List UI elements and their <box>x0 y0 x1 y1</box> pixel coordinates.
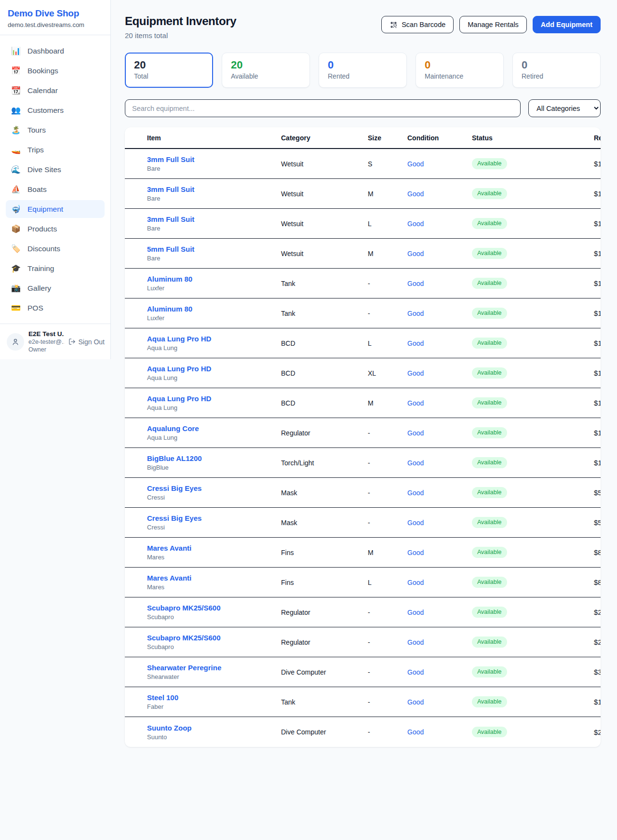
scan-barcode-label: Scan Barcode <box>402 21 445 28</box>
item-name-link[interactable]: Aqualung Core <box>147 424 281 433</box>
status-cell: Available <box>472 427 594 438</box>
size-cell: M <box>368 549 407 556</box>
item-cell: Steel 100 Faber <box>147 693 281 710</box>
sign-out-button[interactable]: Sign Out <box>68 338 105 346</box>
sidebar-item-training[interactable]: 🎓 Training <box>6 259 105 277</box>
condition-link[interactable]: Good <box>407 160 424 168</box>
condition-link[interactable]: Good <box>407 399 424 407</box>
item-brand: Shearwater <box>147 673 281 680</box>
status-badge: Available <box>472 547 507 558</box>
logout-icon <box>68 338 76 345</box>
condition-cell: Good <box>407 698 472 706</box>
status-badge: Available <box>472 248 507 259</box>
condition-link[interactable]: Good <box>407 339 424 347</box>
search-input[interactable] <box>125 99 521 117</box>
rental-cell: $12.00/day <box>594 249 601 257</box>
item-name-link[interactable]: Aluminum 80 <box>147 305 281 313</box>
sidebar-item-bookings[interactable]: 📅 Bookings <box>6 62 105 80</box>
sidebar-item-dashboard[interactable]: 📊 Dashboard <box>6 42 105 60</box>
item-name-link[interactable]: Cressi Big Eyes <box>147 514 281 522</box>
stat-value: 0 <box>522 59 591 71</box>
status-cell: Available <box>472 487 594 498</box>
item-name-link[interactable]: Shearwater Peregrine <box>147 664 281 672</box>
item-name-link[interactable]: Mares Avanti <box>147 574 281 582</box>
item-name-link[interactable]: Cressi Big Eyes <box>147 484 281 492</box>
item-brand: Faber <box>147 703 281 710</box>
add-equipment-label: Add Equipment <box>541 21 592 28</box>
item-name-link[interactable]: Aqua Lung Pro HD <box>147 365 281 373</box>
item-name-link[interactable]: Scubapro MK25/S600 <box>147 634 281 642</box>
item-name-link[interactable]: 3mm Full Suit <box>147 185 281 193</box>
sidebar-item-products[interactable]: 📦 Products <box>6 220 105 238</box>
item-name-link[interactable]: Scubapro MK25/S600 <box>147 604 281 612</box>
condition-link[interactable]: Good <box>407 579 424 586</box>
category-cell: BCD <box>281 369 368 377</box>
item-cell: Suunto Zoop Suunto <box>147 724 281 741</box>
sidebar-item-pos[interactable]: 💳 POS <box>6 299 105 317</box>
condition-link[interactable]: Good <box>407 549 424 556</box>
user-block: E2E Test U... e2e-tester@... Owner Sign … <box>0 324 110 359</box>
stat-card-rented[interactable]: 0 Rented <box>319 53 407 88</box>
size-cell: - <box>368 280 407 287</box>
sidebar-item-trips[interactable]: 🚤 Trips <box>6 141 105 159</box>
size-cell: - <box>368 459 407 467</box>
category-cell: Regulator <box>281 609 368 616</box>
stat-card-total[interactable]: 20 Total <box>125 53 213 88</box>
condition-link[interactable]: Good <box>407 489 424 497</box>
item-name-link[interactable]: BigBlue AL1200 <box>147 454 281 462</box>
condition-link[interactable]: Good <box>407 250 424 257</box>
item-name-link[interactable]: 3mm Full Suit <box>147 155 281 163</box>
condition-link[interactable]: Good <box>407 280 424 287</box>
item-name-link[interactable]: 5mm Full Suit <box>147 245 281 253</box>
sidebar-item-tours[interactable]: 🏝️ Tours <box>6 121 105 139</box>
manage-rentals-label: Manage Rentals <box>468 21 519 28</box>
condition-link[interactable]: Good <box>407 429 424 437</box>
item-name-link[interactable]: Aqua Lung Pro HD <box>147 394 281 403</box>
add-equipment-button[interactable]: Add Equipment <box>533 16 601 33</box>
condition-link[interactable]: Good <box>407 519 424 527</box>
sidebar-item-calendar[interactable]: 📆 Calendar <box>6 81 105 99</box>
condition-cell: Good <box>407 220 472 228</box>
sidebar-item-discounts[interactable]: 🏷️ Discounts <box>6 240 105 257</box>
item-name-link[interactable]: Aluminum 80 <box>147 275 281 283</box>
category-cell: Fins <box>281 549 368 556</box>
condition-cell: Good <box>407 638 472 646</box>
category-select[interactable]: All Categories <box>528 99 601 117</box>
condition-link[interactable]: Good <box>407 310 424 317</box>
condition-link[interactable]: Good <box>407 668 424 676</box>
stat-card-maintenance[interactable]: 0 Maintenance <box>416 53 504 88</box>
condition-link[interactable]: Good <box>407 728 424 736</box>
item-name-link[interactable]: Aqua Lung Pro HD <box>147 335 281 343</box>
scan-barcode-button[interactable]: Scan Barcode <box>381 16 454 33</box>
condition-link[interactable]: Good <box>407 190 424 198</box>
condition-cell: Good <box>407 668 472 676</box>
table-row: BigBlue AL1200 BigBlue Torch/Light - Goo… <box>125 448 601 478</box>
status-cell: Available <box>472 666 594 677</box>
sidebar-item-dive-sites[interactable]: 🌊 Dive Sites <box>6 161 105 178</box>
item-name-link[interactable]: Mares Avanti <box>147 544 281 552</box>
brand-domain: demo.test.divestreams.com <box>8 21 103 28</box>
stat-card-retired[interactable]: 0 Retired <box>512 53 601 88</box>
manage-rentals-button[interactable]: Manage Rentals <box>459 16 527 33</box>
sidebar-item-equipment[interactable]: 🤿 Equipment <box>6 200 105 218</box>
sidebar-item-customers[interactable]: 👥 Customers <box>6 101 105 119</box>
item-name-link[interactable]: 3mm Full Suit <box>147 215 281 223</box>
condition-link[interactable]: Good <box>407 220 424 228</box>
status-badge: Available <box>472 637 507 648</box>
condition-link[interactable]: Good <box>407 459 424 467</box>
condition-link[interactable]: Good <box>407 369 424 377</box>
condition-link[interactable]: Good <box>407 698 424 706</box>
rental-cell: $8.00/day <box>594 548 601 556</box>
size-cell: - <box>368 609 407 616</box>
rental-cell: $10.00/day <box>594 279 601 287</box>
stat-card-available[interactable]: 20 Available <box>222 53 310 88</box>
page-title-block: Equipment Inventory 20 items total <box>125 14 236 40</box>
item-name-link[interactable]: Suunto Zoop <box>147 724 281 732</box>
sidebar-item-gallery[interactable]: 📸 Gallery <box>6 279 105 297</box>
rental-cell: $15.00/day <box>594 339 601 347</box>
brand-title: Demo Dive Shop <box>8 8 103 19</box>
item-name-link[interactable]: Steel 100 <box>147 693 281 702</box>
sidebar-item-boats[interactable]: ⛵ Boats <box>6 180 105 198</box>
condition-link[interactable]: Good <box>407 638 424 646</box>
condition-link[interactable]: Good <box>407 609 424 616</box>
